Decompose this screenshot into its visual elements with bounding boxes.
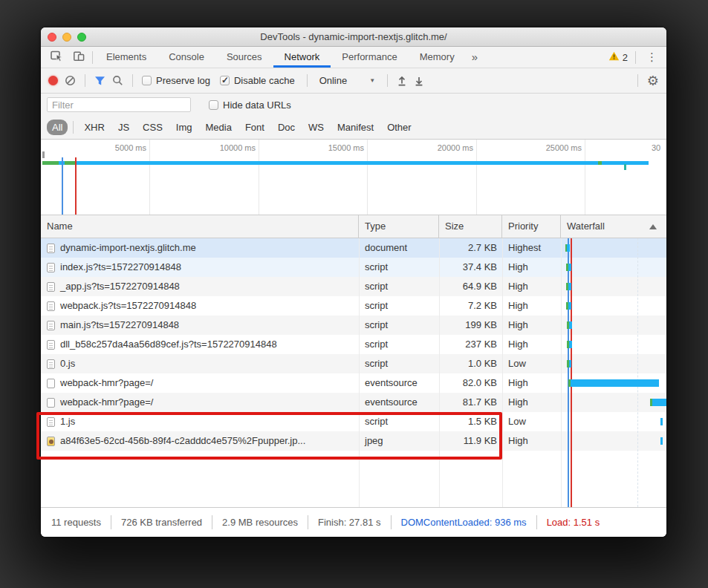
request-type-cell: script	[359, 354, 439, 373]
timeline-tick-label: 15000 ms	[312, 143, 364, 152]
request-name: webpack.js?ts=1572270914848	[60, 296, 196, 316]
filter-toggle-button[interactable]	[94, 76, 105, 86]
column-header-name[interactable]: Name	[41, 215, 359, 238]
resource-type-filter-bar: AllXHRJSCSSImgMediaFontDocWSManifestOthe…	[41, 116, 666, 140]
timeline-gridline	[585, 140, 585, 215]
tab-sources[interactable]: Sources	[215, 47, 273, 68]
disable-cache-control: Disable cache	[220, 75, 298, 86]
script-file-icon	[47, 244, 55, 253]
table-row[interactable]: webpack-hmr?page=/eventsource82.0 KBHigh	[41, 373, 666, 393]
dcl-marker-line	[62, 157, 63, 215]
request-name: dll_b58c257da4aa56d89cef.js?ts=157227091…	[60, 335, 277, 354]
network-overview-timeline[interactable]: 5000 ms10000 ms15000 ms20000 ms25000 ms3…	[41, 140, 666, 215]
device-toolbar-button[interactable]	[68, 47, 90, 68]
filter-pill-css[interactable]: CSS	[137, 120, 168, 135]
tab-elements[interactable]: Elements	[95, 47, 157, 68]
network-settings-gear-icon[interactable]: ⚙	[647, 74, 659, 88]
waterfall-bar	[567, 244, 570, 252]
request-name-cell: _app.js?ts=1572270914848	[41, 277, 359, 296]
table-row[interactable]: 0.jsscript1.0 KBLow	[41, 354, 666, 373]
table-row[interactable]: a84f63e5-62cd-456b-89f4-c2adddc4e575%2Fp…	[41, 431, 666, 451]
request-name-cell: a84f63e5-62cd-456b-89f4-c2adddc4e575%2Fp…	[41, 431, 359, 451]
filter-pill-doc[interactable]: Doc	[273, 120, 300, 135]
request-waterfall-cell	[561, 238, 666, 258]
script-file-icon	[47, 359, 55, 369]
divider	[308, 515, 308, 529]
tab-performance[interactable]: Performance	[331, 47, 408, 68]
request-type-cell: script	[359, 412, 439, 431]
overview-waterfall-segment	[42, 161, 649, 165]
devtools-window: DevTools - dynamic-import-nextjs.glitch.…	[41, 27, 666, 537]
export-har-button[interactable]	[414, 75, 424, 86]
filter-pill-xhr[interactable]: XHR	[79, 120, 109, 135]
filter-pill-img[interactable]: Img	[171, 120, 198, 135]
clear-network-log-button[interactable]	[65, 75, 76, 86]
divider	[132, 74, 133, 87]
disable-cache-checkbox[interactable]	[220, 76, 230, 85]
tab-console[interactable]: Console	[157, 47, 215, 68]
table-row[interactable]: dynamic-import-nextjs.glitch.medocument2…	[41, 238, 666, 258]
preserve-log-label: Preserve log	[156, 75, 210, 86]
table-row[interactable]: main.js?ts=1572270914848script199 KBHigh	[41, 316, 666, 335]
filter-pill-media[interactable]: Media	[200, 120, 236, 135]
request-type-cell: script	[359, 335, 439, 354]
table-row[interactable]: 1.jsscript1.5 KBLow	[41, 412, 666, 431]
table-row[interactable]: webpack-hmr?page=/eventsource81.7 KBHigh	[41, 393, 666, 412]
filter-pill-manifest[interactable]: Manifest	[332, 120, 379, 135]
panel-tab-bar: ElementsConsoleSourcesNetworkPerformance…	[41, 47, 666, 68]
inspect-element-button[interactable]	[45, 47, 68, 68]
column-divider	[439, 238, 440, 507]
search-button[interactable]	[112, 75, 123, 86]
divider	[387, 74, 388, 87]
request-name-cell: webpack-hmr?page=/	[41, 393, 359, 412]
waterfall-bar	[569, 360, 571, 368]
tab-network[interactable]: Network	[273, 47, 331, 68]
devtools-menu-button[interactable]: ⋮	[643, 50, 660, 64]
column-divider	[359, 238, 360, 507]
filter-pill-all[interactable]: All	[47, 120, 68, 135]
preserve-log-checkbox[interactable]	[142, 76, 152, 85]
waterfall-bar	[660, 437, 663, 445]
device-toolbar-icon	[73, 50, 85, 65]
request-name: a84f63e5-62cd-456b-89f4-c2adddc4e575%2Fp…	[60, 431, 305, 451]
table-row[interactable]: webpack.js?ts=1572270914848script7.2 KBH…	[41, 296, 666, 316]
issues-warning-badge[interactable]: 2	[608, 51, 628, 63]
warning-count: 2	[623, 52, 628, 63]
request-priority-cell: Highest	[502, 238, 561, 258]
column-header-type[interactable]: Type	[359, 215, 439, 238]
request-name-cell: webpack-hmr?page=/	[41, 373, 359, 393]
filter-pill-font[interactable]: Font	[240, 120, 270, 135]
table-row[interactable]: index.js?ts=1572270914848script37.4 KBHi…	[41, 258, 666, 277]
waterfall-bar	[571, 379, 659, 387]
column-header-priority[interactable]: Priority	[502, 215, 561, 238]
record-network-log-button[interactable]	[48, 76, 58, 85]
table-row[interactable]: dll_b58c257da4aa56d89cef.js?ts=157227091…	[41, 335, 666, 354]
filter-pill-js[interactable]: JS	[113, 120, 134, 135]
request-name: 1.js	[60, 412, 75, 431]
request-name-cell: dll_b58c257da4aa56d89cef.js?ts=157227091…	[41, 335, 359, 354]
filter-pill-other[interactable]: Other	[382, 120, 417, 135]
request-name-cell: index.js?ts=1572270914848	[41, 258, 359, 277]
more-tabs-button[interactable]: »	[466, 47, 484, 68]
request-type-cell: script	[359, 316, 439, 335]
request-waterfall-cell	[561, 277, 666, 296]
column-header-waterfall[interactable]: Waterfall	[561, 215, 666, 238]
column-header-size[interactable]: Size	[439, 215, 502, 238]
import-har-button[interactable]	[397, 75, 407, 86]
hide-data-urls-checkbox[interactable]	[209, 100, 218, 110]
clear-icon	[65, 75, 76, 86]
request-type-cell: eventsource	[359, 373, 439, 393]
waterfall-gridline	[637, 238, 638, 507]
table-row[interactable]: _app.js?ts=1572270914848script64.9 KBHig…	[41, 277, 666, 296]
request-name-cell: 0.js	[41, 354, 359, 373]
filter-input[interactable]	[47, 97, 191, 112]
dcl-marker-line	[568, 238, 569, 507]
sort-ascending-icon	[649, 224, 657, 229]
tab-memory[interactable]: Memory	[409, 47, 466, 68]
search-icon	[112, 75, 123, 86]
filter-pill-ws[interactable]: WS	[303, 120, 329, 135]
waterfall-header-label: Waterfall	[567, 220, 605, 232]
throttling-dropdown[interactable]: Online ▼	[316, 75, 379, 86]
status-domcontentloaded: DOMContentLoaded: 936 ms	[401, 517, 527, 528]
script-file-icon	[47, 340, 55, 350]
